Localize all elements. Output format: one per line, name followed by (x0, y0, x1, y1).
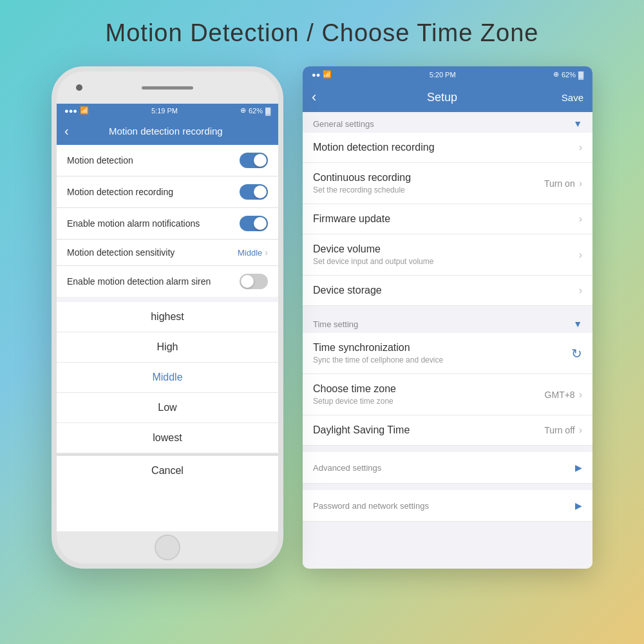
right-item-dst[interactable]: Daylight Saving Time Turn off › (303, 415, 592, 446)
wifi-icon-right: 📶 (323, 70, 332, 79)
time-sync-title: Time synchronization (313, 342, 571, 354)
right-item-timezone[interactable]: Choose time zone Setup device time zone … (303, 374, 592, 415)
password-settings-label: Password and network settings (313, 501, 429, 511)
section-header-advanced[interactable]: Advanced settings ▶ (303, 452, 592, 484)
battery-bar-left: ▓ (265, 107, 270, 115)
motion-detection-toggle[interactable] (240, 153, 268, 168)
motion-recording-toggle[interactable] (240, 184, 268, 200)
dst-value: Turn off (544, 425, 574, 435)
nav-bar-left: ‹ Motion detection recording (57, 117, 278, 145)
motion-recording-chevron: › (579, 142, 582, 153)
device-volume-chevron: › (579, 249, 582, 261)
alarm-notifications-label: Enable motion alarm notifications (67, 218, 240, 229)
sensitivity-chevron: › (265, 247, 268, 258)
continuous-recording-sub: Set the recording schedule (313, 185, 544, 194)
picker-item-highest[interactable]: highest (57, 302, 278, 332)
timezone-sub: Setup device time zone (313, 397, 545, 406)
location-icon-left: ⊕ (240, 106, 246, 115)
status-bar-left: ●●● 📶 5:19 PM ⊕ 62% ▓ (57, 104, 278, 117)
home-button-left[interactable] (155, 535, 180, 560)
section-header-password[interactable]: Password and network settings ▶ (303, 490, 592, 522)
nav-title-right: Setup (323, 91, 561, 104)
separator-left (57, 297, 278, 302)
alarm-siren-toggle[interactable] (240, 274, 268, 289)
time-setting-label: Time setting (313, 319, 358, 329)
battery-right: 62% (562, 71, 576, 79)
picker-item-high[interactable]: High (57, 332, 278, 363)
right-item-continuous-recording[interactable]: Continuous recording Set the recording s… (303, 163, 592, 204)
status-bar-right: ●● 📶 5:20 PM ⊕ 62% ▓ (303, 66, 592, 82)
settings-group-left: Motion detection Motion detection record… (57, 145, 278, 297)
page-title: Motion Detection / Choose Time Zone (106, 19, 539, 47)
right-item-time-sync[interactable]: Time synchronization Sync the time of ce… (303, 333, 592, 374)
chevron-right-advanced: ▶ (575, 462, 582, 473)
picker-cancel-button[interactable]: Cancel (57, 453, 278, 486)
section-header-general[interactable]: General settings ▼ (303, 112, 592, 133)
firmware-title: Firmware update (313, 213, 579, 225)
picker-item-middle[interactable]: Middle (57, 363, 278, 393)
divider-3 (303, 484, 592, 490)
chevron-down-time: ▼ (573, 319, 582, 329)
phone-content-left: Motion detection Motion detection record… (57, 145, 278, 531)
settings-item-motion-recording[interactable]: Motion detection recording (57, 176, 278, 208)
nav-bar-right: ‹ Setup Save (303, 82, 592, 112)
device-volume-sub: Set device input and output volume (313, 257, 579, 266)
chevron-down-general: ▼ (573, 118, 582, 129)
signal-icon-right: ●● (312, 71, 320, 79)
general-settings-group: Motion detection recording › Continuous … (303, 133, 592, 306)
general-settings-label: General settings (313, 119, 374, 129)
section-header-time[interactable]: Time setting ▼ (303, 312, 592, 333)
sync-icon[interactable]: ↻ (571, 346, 582, 361)
continuous-recording-content: Continuous recording Set the recording s… (313, 172, 544, 194)
right-item-device-volume[interactable]: Device volume Set device input and outpu… (303, 234, 592, 276)
right-content: General settings ▼ Motion detection reco… (303, 112, 592, 569)
settings-item-motion-detection[interactable]: Motion detection (57, 145, 278, 176)
continuous-recording-value: Turn on (544, 178, 575, 189)
time-left: 5:19 PM (151, 107, 178, 115)
phones-container: ●●● 📶 5:19 PM ⊕ 62% ▓ ‹ Motion detection… (52, 66, 592, 569)
motion-recording-content: Motion detection recording (313, 142, 579, 153)
device-storage-content: Device storage (313, 285, 579, 296)
right-item-firmware[interactable]: Firmware update › (303, 204, 592, 234)
divider-1 (303, 306, 592, 312)
right-item-device-storage[interactable]: Device storage › (303, 276, 592, 306)
battery-bar-right: ▓ (578, 71, 583, 79)
settings-item-sensitivity[interactable]: Motion detection sensitivity Middle › (57, 240, 278, 266)
camera-left (76, 84, 82, 91)
picker-item-low[interactable]: Low (57, 393, 278, 423)
battery-icons-left: ⊕ 62% ▓ (240, 106, 270, 115)
time-sync-sub: Sync the time of cellphone and device (313, 355, 571, 365)
save-button-right[interactable]: Save (562, 92, 583, 103)
chevron-right-password: ▶ (575, 500, 582, 511)
sensitivity-label: Motion detection sensitivity (67, 247, 238, 258)
continuous-recording-title: Continuous recording (313, 172, 544, 184)
dst-title: Daylight Saving Time (313, 424, 544, 436)
picker-item-lowest[interactable]: lowest (57, 423, 278, 453)
motion-recording-label: Motion detection recording (67, 187, 240, 197)
alarm-siren-label: Enable motion detection alarm siren (67, 276, 240, 287)
back-button-left[interactable]: ‹ (64, 124, 69, 138)
speaker-left (142, 86, 193, 90)
signal-icons-left: ●●● 📶 (64, 106, 89, 115)
signal-icon-left: ●●● (64, 107, 77, 115)
right-item-motion-recording[interactable]: Motion detection recording › (303, 133, 592, 163)
motion-recording-title: Motion detection recording (313, 142, 579, 153)
device-volume-title: Device volume (313, 243, 579, 255)
device-storage-chevron: › (579, 285, 582, 296)
motion-detection-label: Motion detection (67, 155, 240, 166)
back-button-right[interactable]: ‹ (312, 89, 316, 106)
time-sync-content: Time synchronization Sync the time of ce… (313, 342, 571, 365)
nav-title-left: Motion detection recording (74, 126, 258, 137)
firmware-content: Firmware update (313, 213, 579, 225)
settings-item-alarm-siren[interactable]: Enable motion detection alarm siren (57, 266, 278, 297)
dst-chevron: › (579, 424, 582, 436)
device-volume-content: Device volume Set device input and outpu… (313, 243, 579, 266)
battery-icons-right: ⊕ 62% ▓ (553, 70, 583, 79)
settings-item-alarm-notifications[interactable]: Enable motion alarm notifications (57, 208, 278, 240)
phone-notch-left (57, 71, 278, 104)
continuous-recording-chevron: › (579, 178, 582, 189)
location-icon-right: ⊕ (553, 70, 559, 79)
device-storage-title: Device storage (313, 285, 579, 296)
advanced-settings-label: Advanced settings (313, 463, 381, 473)
alarm-notifications-toggle[interactable] (240, 216, 268, 231)
